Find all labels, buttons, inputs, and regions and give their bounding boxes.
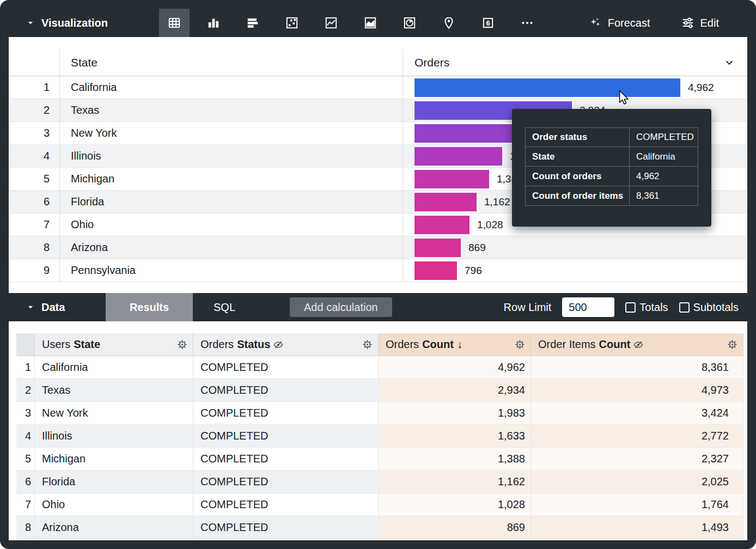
orders-column-header[interactable]: Orders xyxy=(403,49,747,76)
caret-down-icon xyxy=(25,17,36,28)
bar-value-label: 869 xyxy=(468,242,486,254)
orders-count-cell[interactable]: 1,162 xyxy=(379,471,531,493)
state-cell: Arizona xyxy=(60,236,403,259)
orders-count-cell[interactable]: 1,983 xyxy=(379,402,531,424)
order-count-bar[interactable] xyxy=(414,216,470,234)
map-pin-icon xyxy=(442,16,456,30)
gear-icon[interactable] xyxy=(515,339,525,350)
gear-icon[interactable] xyxy=(177,339,187,350)
column-header-users-state[interactable]: UsersState xyxy=(35,333,193,356)
viz-type-scatter-button[interactable] xyxy=(277,9,307,37)
orders-cell: 869 xyxy=(403,236,747,259)
status-cell[interactable]: COMPLETED xyxy=(193,493,379,516)
column-header-orders-count[interactable]: OrdersCount↓ xyxy=(379,333,531,356)
data-label: Data xyxy=(41,301,65,314)
order-items-count-cell[interactable]: 2,025 xyxy=(531,471,743,493)
order-items-count-cell[interactable]: 2,327 xyxy=(531,448,743,470)
status-cell[interactable]: COMPLETED xyxy=(193,448,379,470)
status-cell[interactable]: COMPLETED xyxy=(193,379,379,401)
gear-icon[interactable] xyxy=(362,339,373,350)
viz-table-row: 9Pennsylvania796 xyxy=(9,259,747,282)
state-cell[interactable]: Illinois xyxy=(35,425,193,447)
field-view-label: Order Items xyxy=(538,338,596,351)
state-cell[interactable]: Ohio xyxy=(35,493,193,516)
column-header-orders-status[interactable]: OrdersStatus xyxy=(193,333,379,356)
viz-type-table-button[interactable] xyxy=(159,9,190,37)
subtotals-checkbox[interactable] xyxy=(679,302,690,313)
chevron-down-icon[interactable] xyxy=(723,57,735,69)
row-number: 2 xyxy=(9,99,60,121)
state-cell[interactable]: New York xyxy=(35,402,193,424)
orders-cell: 4,962 xyxy=(403,76,747,99)
add-calculation-button[interactable]: Add calculation xyxy=(290,297,392,317)
gear-icon[interactable] xyxy=(727,339,737,350)
status-cell[interactable]: COMPLETED xyxy=(193,356,379,379)
order-count-bar[interactable] xyxy=(414,261,457,280)
state-cell[interactable]: Arizona xyxy=(35,516,193,539)
viz-type-line-chart-button[interactable] xyxy=(316,9,346,37)
tooltip-row: Order statusCOMPLETED xyxy=(525,127,698,147)
viz-type-more-button[interactable] xyxy=(512,9,542,37)
state-cell[interactable]: Florida xyxy=(35,471,193,493)
row-number: 1 xyxy=(9,76,60,99)
viz-type-bar-chart-button[interactable] xyxy=(237,9,268,37)
data-section-toggle[interactable]: Data xyxy=(25,301,106,314)
tooltip-row: StateCalifornia xyxy=(525,147,698,167)
tooltip-row: Count of orders4,962 xyxy=(525,167,698,186)
orders-count-cell[interactable]: 1,388 xyxy=(379,448,531,470)
status-cell[interactable]: COMPLETED xyxy=(193,471,379,493)
status-cell[interactable]: COMPLETED xyxy=(193,516,379,539)
state-cell[interactable]: Michigan xyxy=(35,448,193,470)
order-items-count-cell[interactable]: 2,772 xyxy=(531,425,743,447)
totals-toggle[interactable]: Totals xyxy=(625,301,668,314)
state-cell: Texas xyxy=(60,99,403,121)
order-count-bar[interactable] xyxy=(414,193,477,211)
orders-count-cell[interactable]: 4,962 xyxy=(379,356,531,379)
toolbar-actions: Forecast Edit xyxy=(588,16,747,30)
subtotals-toggle[interactable]: Subtotals xyxy=(679,301,739,314)
data-toolbar: Data Results SQL Add calculation Row Lim… xyxy=(9,293,747,321)
row-limit-input[interactable] xyxy=(562,297,614,317)
order-items-count-cell[interactable]: 8,361 xyxy=(531,356,743,379)
forecast-button[interactable]: Forecast xyxy=(588,16,650,30)
order-count-bar[interactable] xyxy=(414,147,502,166)
edit-button[interactable]: Edit xyxy=(681,16,719,30)
orders-count-cell[interactable]: 2,934 xyxy=(379,379,531,401)
viz-type-pie-chart-button[interactable] xyxy=(394,9,425,37)
viz-type-column-chart-button[interactable] xyxy=(198,9,229,37)
order-items-count-cell[interactable]: 1,764 xyxy=(531,493,743,516)
visualization-section-toggle[interactable]: Visualization xyxy=(25,17,159,29)
order-items-count-cell[interactable]: 4,973 xyxy=(531,379,743,401)
viz-type-area-chart-button[interactable] xyxy=(355,9,386,37)
state-cell[interactable]: California xyxy=(35,356,193,379)
state-cell: Michigan xyxy=(60,168,403,190)
order-items-count-cell[interactable]: 3,424 xyxy=(531,402,743,424)
row-number: 5 xyxy=(9,168,60,190)
pie-chart-icon xyxy=(403,16,417,30)
order-count-bar[interactable] xyxy=(414,78,680,97)
viz-type-map-button[interactable] xyxy=(434,9,464,37)
orders-count-cell[interactable]: 869 xyxy=(379,516,531,539)
order-items-count-cell[interactable]: 1,493 xyxy=(531,516,743,539)
column-header-order-items-count[interactable]: Order ItemsCount xyxy=(531,333,743,356)
row-number: 8 xyxy=(9,236,60,259)
state-cell: Illinois xyxy=(60,145,403,167)
orders-count-cell[interactable]: 1,028 xyxy=(379,493,531,516)
viz-type-single-value-button[interactable]: 6 xyxy=(473,9,503,37)
bar-value-label: 4,962 xyxy=(688,82,714,94)
data-table-row: 5MichiganCOMPLETED1,3882,327 xyxy=(16,448,747,471)
state-cell: Ohio xyxy=(60,213,403,236)
state-cell[interactable]: Texas xyxy=(35,379,193,401)
order-count-bar[interactable] xyxy=(414,124,521,143)
bar-value-label: 796 xyxy=(465,265,482,277)
tab-sql[interactable]: SQL xyxy=(193,293,256,321)
totals-checkbox[interactable] xyxy=(625,302,636,313)
status-cell[interactable]: COMPLETED xyxy=(193,402,379,424)
tab-results[interactable]: Results xyxy=(106,293,193,321)
orders-count-cell[interactable]: 1,633 xyxy=(379,425,531,447)
row-number: 4 xyxy=(9,145,60,167)
order-count-bar[interactable] xyxy=(414,239,461,257)
status-cell[interactable]: COMPLETED xyxy=(193,425,379,447)
state-column-header[interactable]: State xyxy=(60,49,403,76)
order-count-bar[interactable] xyxy=(414,170,489,188)
